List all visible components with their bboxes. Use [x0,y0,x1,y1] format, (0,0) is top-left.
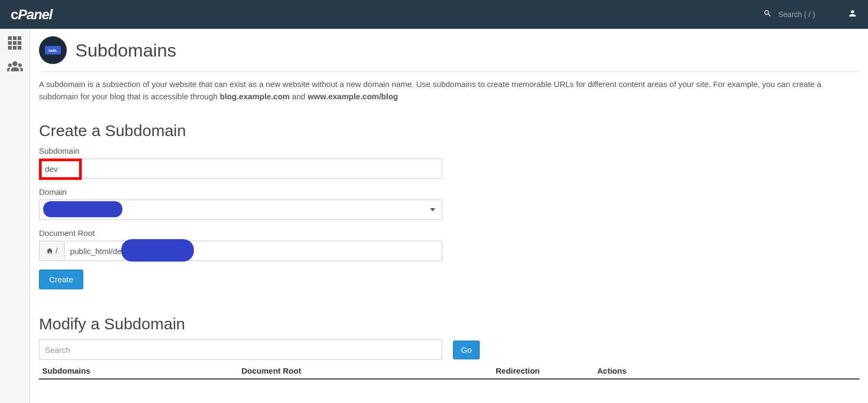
table-header: Subdomains Document Root Redirection Act… [39,366,859,380]
desc-bold2: www.example.com/blog [308,92,398,101]
col-actions[interactable]: Actions [597,366,859,375]
search-icon[interactable] [763,9,772,20]
svg-point-0 [12,61,17,66]
create-button[interactable]: Create [39,270,83,289]
main-content: sub. Subdomains A subdomain is a subsect… [30,29,868,403]
go-button[interactable]: Go [453,341,480,359]
desc-text: A subdomain is a subsection of your webs… [39,80,822,101]
modify-heading: Modify a Subdomain [39,315,859,333]
subdomain-label: Subdomain [39,146,859,155]
col-redirection[interactable]: Redirection [496,366,597,375]
domain-label: Domain [39,187,859,196]
docroot-label: Document Root [39,228,859,238]
users-icon[interactable] [7,60,23,75]
docroot-home-addon: / [39,241,64,261]
col-document-root[interactable]: Document Root [241,366,496,375]
home-icon [46,247,53,255]
desc-mid: and [290,92,307,101]
docroot-slash: / [56,247,58,255]
user-icon[interactable] [848,9,857,21]
page-header: sub. Subdomains [39,36,859,64]
subdomain-icon-label: sub. [45,46,61,54]
svg-point-1 [8,64,12,67]
redaction-overlay [121,239,194,262]
create-heading: Create a Subdomain [39,122,859,140]
top-header: cPanel [0,0,868,29]
modify-search-input[interactable] [39,339,442,360]
subdomain-input[interactable] [39,159,442,179]
desc-bold1: blog.example.com [220,92,290,101]
col-subdomains[interactable]: Subdomains [39,366,241,375]
subdomain-page-icon: sub. [39,36,67,64]
page-title: Subdomains [75,40,176,61]
header-search-input[interactable] [778,10,837,19]
svg-point-2 [18,64,22,67]
sidebar [0,29,30,403]
header-right [763,9,857,21]
apps-grid-icon[interactable] [8,36,21,50]
page-description: A subdomain is a subsection of your webs… [39,72,859,102]
cpanel-logo[interactable]: cPanel [11,6,52,23]
redaction-overlay [43,201,122,217]
